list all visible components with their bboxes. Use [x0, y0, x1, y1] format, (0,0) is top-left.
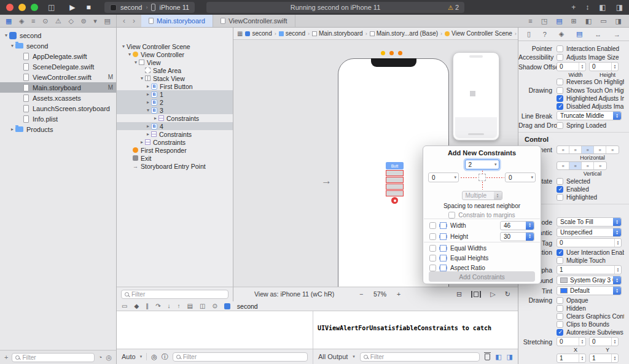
crumb-group[interactable]: second	[279, 30, 305, 37]
highlighted-adjusts-checkbox[interactable]	[557, 95, 563, 102]
bottom-spacing-popup[interactable]: Multiple	[462, 191, 502, 200]
stepper-arrows[interactable]	[579, 63, 585, 71]
width-value-popup[interactable]: 46	[500, 221, 534, 230]
opaque-checkbox[interactable]	[557, 297, 563, 304]
stretch-y-stepper[interactable]: 0	[589, 337, 619, 346]
navigator-row-file[interactable]: Info.plist	[0, 114, 116, 124]
crumb-project[interactable]: second	[245, 30, 272, 37]
navigator-row-file[interactable]: LaunchScreen.storyboard	[0, 103, 116, 114]
autoresize-subviews-checkbox[interactable]	[557, 329, 563, 336]
breakpoint-navigator-tab[interactable]: ▾	[93, 17, 97, 25]
first-responder-dock-icon[interactable]	[389, 51, 394, 55]
leading-beam[interactable]	[461, 177, 478, 178]
variables-view[interactable]	[117, 311, 313, 349]
view-hierarchy-button[interactable]: ▤	[187, 303, 193, 309]
segment[interactable]	[569, 162, 582, 169]
segment[interactable]	[569, 146, 582, 153]
stepper-arrows[interactable]	[614, 239, 621, 247]
console-filter-field[interactable]	[360, 352, 480, 362]
stack-view-on-canvas[interactable]: Butt	[386, 162, 404, 204]
selected-button-1[interactable]	[386, 170, 404, 176]
line-break-popup[interactable]: Truncate Middle	[557, 111, 622, 120]
project-navigator-tab[interactable]: ▦	[6, 17, 12, 25]
segment[interactable]	[594, 146, 606, 153]
clear-console-button[interactable]	[485, 354, 490, 360]
selected-button-2[interactable]	[386, 177, 404, 183]
debug-navigator-tab[interactable]: ⊜	[81, 17, 87, 25]
zoom-button[interactable]	[31, 4, 38, 11]
view-controller-dock-icon[interactable]	[381, 51, 385, 55]
outline-row-safe-area[interactable]: Safe Area	[117, 66, 233, 74]
user-interaction-checkbox[interactable]	[557, 249, 563, 256]
outline-row-first-responder[interactable]: First Responder	[117, 146, 233, 154]
storyboard-entry-arrow[interactable]: →	[321, 175, 332, 187]
step-over-button[interactable]: ↷	[155, 303, 160, 309]
run-button[interactable]: ▶	[69, 0, 75, 15]
console-view[interactable]: UIViewAlertForUnsatisfiableConstraints t…	[313, 311, 518, 349]
width-checkbox[interactable]	[429, 222, 436, 229]
enabled-checkbox[interactable]	[557, 186, 563, 193]
tag-stepper[interactable]: 0	[557, 238, 622, 247]
source-control-navigator-tab[interactable]: ◈	[19, 17, 24, 25]
hidden-checkbox[interactable]	[557, 305, 563, 312]
height-checkbox[interactable]	[429, 233, 436, 240]
aspect-ratio-checkbox[interactable]	[429, 265, 436, 271]
semantic-popup[interactable]: Unspecified	[557, 228, 622, 237]
outline-row-stack-view[interactable]: ▾ Stack View	[117, 74, 233, 82]
environment-overrides-button[interactable]: ⊙	[212, 303, 217, 309]
outline-row-view-controller[interactable]: ▾ View Controller	[117, 50, 233, 58]
navigator-row-file[interactable]: ViewController.swift M	[0, 72, 116, 82]
find-navigator-tab[interactable]: ⊙	[42, 17, 48, 25]
navigator-row-file[interactable]: Assets.xcassets	[0, 93, 116, 103]
navigator-row-products[interactable]: ▸ Products	[0, 124, 116, 134]
multiple-touch-checkbox[interactable]	[557, 257, 563, 264]
outline-filter-input[interactable]	[131, 291, 225, 298]
resolve-auto-layout-button[interactable]: ▷	[490, 290, 495, 298]
outline-row-constraints[interactable]: ▸ Constraints	[117, 130, 233, 138]
recent-files-button[interactable]: ◔	[98, 354, 103, 361]
stepper-arrows[interactable]	[614, 266, 621, 274]
panel-right-icon[interactable]: ◨	[615, 17, 622, 25]
background-color-popup[interactable]: System Gray 3 C...	[557, 276, 622, 285]
pause-button[interactable]: ∥	[146, 303, 149, 309]
equal-widths-checkbox[interactable]	[429, 245, 436, 252]
segment[interactable]	[557, 162, 569, 169]
zoom-out-button[interactable]: −	[359, 290, 363, 298]
height-value-popup[interactable]: 30	[500, 232, 534, 241]
selected-checkbox[interactable]	[557, 178, 563, 185]
console-scope-popup[interactable]: All Output	[318, 353, 348, 360]
tab-main-storyboard[interactable]: Main.storyboard	[141, 15, 213, 27]
shadow-height-stepper[interactable]: 0	[589, 62, 619, 71]
zoom-in-button[interactable]: +	[397, 290, 400, 298]
view-as-label[interactable]: View as: iPhone 11 (wC hR)	[254, 290, 334, 298]
info-button[interactable]: ⓘ	[162, 352, 168, 362]
disclosure-icon[interactable]: ▾	[133, 60, 139, 65]
update-frames-button[interactable]: ↻	[505, 290, 510, 298]
segment[interactable]	[582, 146, 594, 153]
disclosure-icon[interactable]: ▸	[145, 91, 151, 97]
segment[interactable]	[582, 162, 594, 169]
navigator-filter-field[interactable]	[12, 353, 94, 362]
segment[interactable]	[557, 146, 569, 153]
show-console-toggle[interactable]: ◨	[507, 353, 513, 361]
editor-options-icon[interactable]: ▤	[556, 17, 562, 25]
disclosure-icon[interactable]: ▸	[145, 83, 151, 89]
leading-spacing-field[interactable]: 0▾	[428, 172, 459, 182]
outline-row-button-3[interactable]: ▾ B 3	[117, 106, 233, 114]
navigator-row-project[interactable]: ▾ second	[0, 30, 116, 41]
outline-row-exit[interactable]: Exit	[117, 154, 233, 162]
disclosure-icon[interactable]: ▾	[9, 43, 15, 48]
toggle-inspector-button[interactable]: ◨	[616, 3, 623, 12]
outline-filter-field[interactable]	[121, 290, 229, 299]
outline-row-constraints[interactable]: ▸ Constraints	[117, 114, 233, 122]
alpha-stepper[interactable]: 1	[557, 265, 622, 274]
crumb-scene[interactable]: View Controller Scene	[445, 30, 512, 37]
reverses-on-highlight-checkbox[interactable]	[557, 79, 563, 85]
outline-row-scene[interactable]: ▾ View Controller Scene	[117, 42, 233, 50]
disclosure-icon[interactable]: ▸	[9, 126, 15, 132]
stepper-arrows[interactable]	[579, 354, 585, 362]
connections-inspector-tab[interactable]: →	[614, 31, 620, 38]
clears-graphics-checkbox[interactable]	[557, 313, 563, 320]
exit-dock-icon[interactable]	[398, 51, 402, 55]
window-overview-icon[interactable]: ◫	[48, 0, 55, 15]
